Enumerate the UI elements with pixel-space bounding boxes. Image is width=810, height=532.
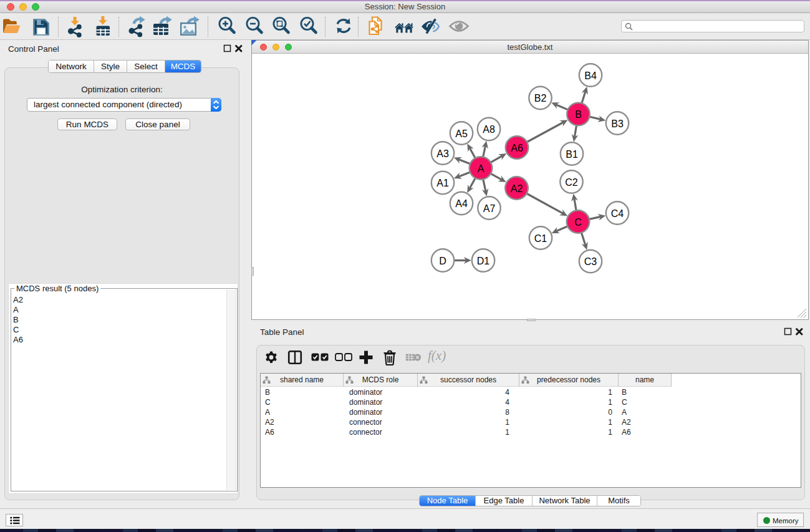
- svg-text:D: D: [439, 256, 446, 266]
- svg-text:A7: A7: [483, 203, 496, 214]
- svg-text:C3: C3: [584, 256, 597, 267]
- svg-text:B1: B1: [566, 149, 578, 160]
- svg-text:A5: A5: [455, 128, 468, 139]
- svg-text:A4: A4: [455, 198, 468, 209]
- svg-text:A8: A8: [483, 124, 495, 135]
- svg-text:A2: A2: [511, 183, 523, 194]
- svg-text:D1: D1: [477, 256, 490, 266]
- svg-text:B3: B3: [611, 118, 624, 129]
- svg-text:C: C: [574, 217, 582, 228]
- svg-text:B4: B4: [584, 70, 597, 81]
- svg-text:A6: A6: [511, 143, 523, 153]
- svg-text:B2: B2: [534, 93, 547, 104]
- svg-text:C2: C2: [565, 177, 578, 188]
- svg-text:A3: A3: [436, 148, 449, 159]
- svg-text:C4: C4: [611, 208, 624, 219]
- svg-text:B: B: [575, 109, 582, 120]
- svg-text:A: A: [478, 163, 485, 174]
- svg-text:C1: C1: [534, 233, 547, 244]
- svg-text:A1: A1: [436, 178, 449, 188]
